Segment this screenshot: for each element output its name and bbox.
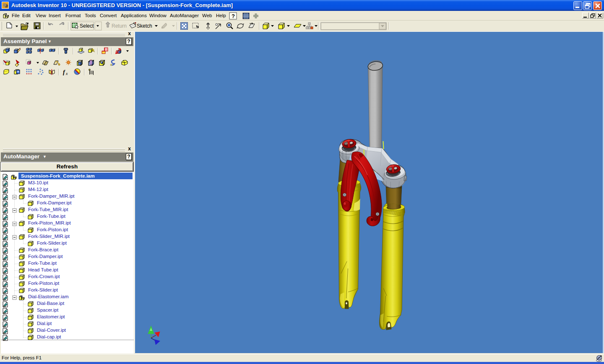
svg-text:Return: Return [112,23,127,29]
svg-text:f: f [63,69,65,75]
svg-text:?: ? [232,13,235,19]
svg-text:Select: Select [80,23,94,29]
svg-text:x: x [65,71,68,76]
svg-text:Sketch: Sketch [137,23,152,29]
